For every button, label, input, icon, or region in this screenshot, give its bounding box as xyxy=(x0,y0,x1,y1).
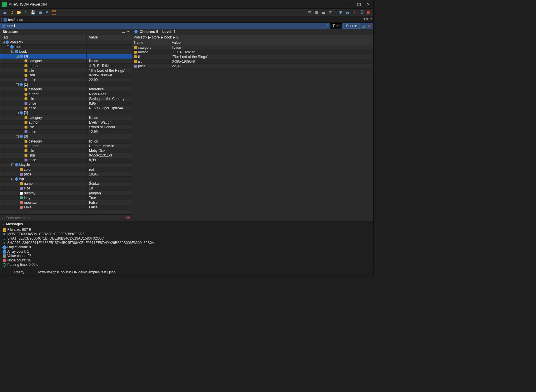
menu-button[interactable]: ☰ xyxy=(1,9,8,15)
tree-row[interactable]: titleSword of Honour xyxy=(0,125,132,129)
tree-row[interactable]: colorred xyxy=(0,167,132,172)
tree-row[interactable]: isbn0-553-21311-3 xyxy=(0,153,132,158)
export-button[interactable]: ⎘ xyxy=(43,9,50,15)
minimize-button[interactable]: — xyxy=(348,2,352,6)
tree-row[interactable]: categoryreference xyxy=(0,87,132,92)
tree-row[interactable]: categoryfiction xyxy=(0,59,132,64)
app-title: MiTeC JSON Viewer x64 xyxy=(8,2,348,6)
source-mode-button[interactable]: Source xyxy=(343,23,360,29)
detail-col-value[interactable]: Value xyxy=(170,40,373,45)
tree-row[interactable]: titleMoby Dick xyxy=(0,148,132,153)
grid-button[interactable]: ▦ xyxy=(313,9,320,15)
tree-row[interactable]: -[0] xyxy=(0,54,132,59)
tree-row[interactable]: authorJ. R. R. Tolkien xyxy=(0,64,132,68)
message-text: Value count: 27 xyxy=(7,254,32,258)
tree-row[interactable]: dummy(empty) xyxy=(0,191,132,196)
tree-row[interactable]: -[2] xyxy=(0,111,132,115)
find-input[interactable] xyxy=(6,216,125,220)
expand-toggle[interactable]: - xyxy=(7,45,9,48)
tree-row[interactable]: titleSayings of the Century xyxy=(0,96,132,101)
expand-toggle[interactable]: - xyxy=(16,112,19,114)
detail-col-name[interactable]: Name xyxy=(132,40,170,45)
emp-icon xyxy=(20,192,23,195)
message-line: Node count: 36 xyxy=(3,258,371,263)
obj-icon xyxy=(19,111,23,115)
tab-prev-button[interactable]: ◀ xyxy=(363,17,365,21)
tree-row[interactable]: mountainFalse xyxy=(0,200,132,205)
settings-button[interactable]: ☴ xyxy=(344,9,351,15)
tree-tag: [3] xyxy=(24,134,28,138)
tree-row[interactable]: price19,95 xyxy=(0,172,132,177)
close-panel-button[interactable]: ⊠ xyxy=(367,24,371,28)
tree-row[interactable]: -store xyxy=(0,45,132,49)
list-button[interactable]: ☰ xyxy=(320,9,327,15)
detail-row[interactable]: title"The Lord of the Rings" xyxy=(132,55,373,59)
tree-row[interactable]: -typ xyxy=(0,177,132,181)
detail-row[interactable]: price22,99 xyxy=(132,64,373,68)
expand-toggle[interactable]: - xyxy=(11,178,14,180)
expand-toggle[interactable]: - xyxy=(16,83,19,86)
tree-row[interactable]: title"The Lord of the Rings" xyxy=(0,68,132,73)
detail-row[interactable]: isbn0-395-19395-8 xyxy=(132,59,373,64)
time-icon xyxy=(3,263,6,267)
tree-mode-button[interactable]: Tree xyxy=(330,23,342,29)
print-button[interactable]: 🖶 xyxy=(36,9,43,15)
columns-button[interactable]: ◫ xyxy=(327,9,334,15)
expand-toggle[interactable]: - xyxy=(11,164,14,166)
help-button[interactable]: ♀ xyxy=(351,9,358,15)
expand-toggle[interactable]: - xyxy=(11,50,14,53)
binary-button[interactable]: 101010 xyxy=(50,9,57,15)
tree-row[interactable]: price22,99 xyxy=(0,78,132,82)
file-tab[interactable]: test1.json xyxy=(1,17,26,22)
expand-all-button[interactable]: ︾ xyxy=(127,29,130,34)
tree-value: fiction xyxy=(87,139,132,143)
tree-row[interactable]: authorEvelyn Waugh xyxy=(0,120,132,125)
exit-button[interactable]: ⊠ xyxy=(365,9,372,15)
info-button[interactable]: ⓘ xyxy=(358,9,365,15)
tree-row[interactable]: size19 xyxy=(0,186,132,191)
tree-tag: category xyxy=(29,116,42,120)
theme-button[interactable]: ✱ xyxy=(337,9,344,15)
detail-row[interactable]: authorJ. R. R. Tolkien xyxy=(132,50,373,55)
tree-row[interactable]: -bicycle xyxy=(0,163,132,167)
tree-row[interactable]: -[1] xyxy=(0,82,132,87)
tree-row[interactable]: authorHerman Melville xyxy=(0,144,132,148)
structure-tree[interactable]: -<object>-store-book-[0]categoryfictiona… xyxy=(0,40,132,215)
messages-header[interactable]: ⌄ Messages xyxy=(0,221,373,227)
detail-row[interactable]: categoryfiction xyxy=(132,45,373,50)
str-icon xyxy=(25,145,27,147)
tree-row[interactable]: authorNigel Rees xyxy=(0,92,132,96)
tree-row[interactable]: ladyTrue xyxy=(0,196,132,200)
tree-row[interactable]: price8,95 xyxy=(0,101,132,106)
save-button[interactable]: 💾 xyxy=(29,9,36,15)
tab-dropdown-button[interactable]: ▾ xyxy=(370,17,372,21)
expand-toggle[interactable]: - xyxy=(16,135,19,138)
tree-row[interactable]: -book xyxy=(0,49,132,54)
tab-next-button[interactable]: ▶ xyxy=(366,17,369,21)
tree-row[interactable]: price8,99 xyxy=(0,158,132,163)
refresh-button[interactable]: ↻ xyxy=(22,9,29,15)
tree-row[interactable]: descRGVzY3JpcHRpb24= xyxy=(0,106,132,111)
col-tag-header[interactable]: Tag xyxy=(0,35,87,40)
collapse-all-button[interactable]: ︽ xyxy=(122,29,125,34)
tree-row[interactable]: categoryfiction xyxy=(0,115,132,120)
tree-row[interactable]: isbn0-395-19395-8 xyxy=(0,73,132,78)
expand-toggle[interactable]: - xyxy=(2,41,5,43)
expand-toggle[interactable]: - xyxy=(16,55,19,58)
new-file-button[interactable]: 🗋 xyxy=(8,9,15,15)
tree-row[interactable]: -<object> xyxy=(0,40,132,45)
tree-row[interactable]: nameŠčuka xyxy=(0,182,132,186)
maximize-panel-button[interactable]: ▢ xyxy=(361,24,366,28)
close-button[interactable]: ✕ xyxy=(366,2,370,6)
tree-value: False xyxy=(87,205,132,209)
tree-row[interactable]: price12,99 xyxy=(0,130,132,134)
col-value-header[interactable]: Value xyxy=(87,35,132,40)
find-clear-button[interactable]: ⌫ xyxy=(125,216,130,220)
open-folder-button[interactable]: 📂 xyxy=(15,9,22,15)
tree-row[interactable]: categoryfiction xyxy=(0,139,132,144)
maximize-button[interactable] xyxy=(357,2,361,6)
detail-pane: Children: 5 Level: 3 <object> ▶ store ▶ … xyxy=(132,29,373,221)
tree-row[interactable]: LakeFalse xyxy=(0,205,132,210)
copy-button[interactable]: ⧉ xyxy=(306,9,313,15)
tree-row[interactable]: -[3] xyxy=(0,134,132,139)
